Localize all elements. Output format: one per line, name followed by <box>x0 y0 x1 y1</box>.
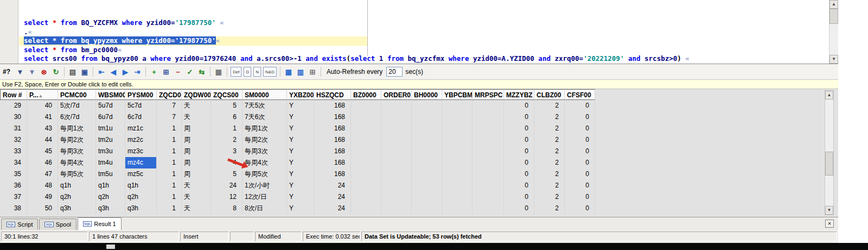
table-cell[interactable]: 5 <box>211 168 242 180</box>
table-cell[interactable]: 2 <box>534 203 565 214</box>
table-cell[interactable]: 1 <box>157 157 182 168</box>
table-cell[interactable]: 天 <box>182 203 211 214</box>
table-cell[interactable]: 34 <box>0 157 27 168</box>
table-cell[interactable] <box>351 100 381 111</box>
table-cell[interactable]: 168 <box>314 134 351 146</box>
refresh-icon[interactable]: ↻ <box>50 66 62 77</box>
table-cell[interactable]: q2h <box>125 191 157 203</box>
table-cell[interactable]: 天 <box>182 180 211 191</box>
insert-record-icon[interactable]: + <box>148 66 160 77</box>
table-cell[interactable]: 45 <box>27 146 58 157</box>
table-cell[interactable] <box>351 168 381 180</box>
table-cell[interactable]: q1h <box>125 180 157 191</box>
table-cell[interactable]: 每周2次 <box>58 134 96 146</box>
table-cell[interactable]: 12次/日 <box>242 191 287 203</box>
table-cell[interactable]: tm1u <box>96 123 125 134</box>
table-cell[interactable]: 0 <box>565 203 595 214</box>
table-cell[interactable]: 44 <box>27 134 58 146</box>
table-cell[interactable]: q1h <box>96 180 125 191</box>
table-cell[interactable]: 2 <box>534 134 565 146</box>
table-cell[interactable]: 12 <box>211 191 242 203</box>
table-cell[interactable]: 0 <box>504 168 534 180</box>
table-row[interactable]: 3749q2hq2hq2h1天1212次/日Y24020 <box>0 191 838 203</box>
table-cell[interactable]: q2h <box>96 191 125 203</box>
table-cell[interactable]: 0 <box>504 100 534 111</box>
table-cell[interactable] <box>473 100 504 111</box>
table-cell[interactable] <box>381 191 412 203</box>
table-cell[interactable] <box>351 180 381 191</box>
table-cell[interactable]: 天 <box>182 191 211 203</box>
table-cell[interactable]: 0 <box>565 123 595 134</box>
table-cell[interactable]: Y <box>287 180 314 191</box>
column-header[interactable]: ZQCS00 <box>211 89 242 100</box>
table-cell[interactable]: 2 <box>534 100 565 111</box>
table-cell[interactable] <box>442 134 473 146</box>
table-cell[interactable]: mz2c <box>125 134 157 146</box>
table-cell[interactable]: 1 <box>157 134 182 146</box>
table-cell[interactable] <box>473 123 504 134</box>
table-row[interactable]: 30416次/7d6u7d6c7d7天67天6次Y168020 <box>0 111 838 123</box>
fit-name-data-icon[interactable]: N&D <box>263 67 277 77</box>
scroll-down-icon[interactable]: ▼ <box>825 206 833 215</box>
table-cell[interactable]: 43 <box>27 123 58 134</box>
column-header[interactable]: CFSF00 <box>565 89 595 100</box>
table-cell[interactable]: 49 <box>27 191 58 203</box>
table-cell[interactable] <box>351 191 381 203</box>
selected-cell[interactable]: mz4c <box>125 157 157 168</box>
table-cell[interactable]: 6次/7d <box>58 111 96 123</box>
table-cell[interactable]: 0 <box>504 111 534 123</box>
table-cell[interactable]: 0 <box>504 180 534 191</box>
table-cell[interactable]: 2 <box>534 146 565 157</box>
table-cell[interactable] <box>412 191 442 203</box>
table-cell[interactable] <box>412 134 442 146</box>
table-cell[interactable] <box>473 134 504 146</box>
column-header[interactable]: MZZYBZ <box>504 89 534 100</box>
grid-vertical-scrollbar[interactable]: ▲ ▼ <box>825 90 834 215</box>
tab-spool[interactable]: SQLSpool <box>39 218 76 230</box>
table-cell[interactable]: 7 <box>157 111 182 123</box>
table-cell[interactable]: 41 <box>27 111 58 123</box>
table-cell[interactable]: 0 <box>565 134 595 146</box>
table-cell[interactable]: 周 <box>182 146 211 157</box>
table-cell[interactable]: q1h <box>58 180 96 191</box>
table-cell[interactable]: 1 <box>157 168 182 180</box>
column-header[interactable]: WBSM00 <box>96 89 125 100</box>
table-cell[interactable] <box>412 157 442 168</box>
table-cell[interactable]: 24 <box>314 191 351 203</box>
table-cell[interactable]: 2 <box>534 168 565 180</box>
table-cell[interactable] <box>473 168 504 180</box>
table-cell[interactable] <box>412 100 442 111</box>
table-cell[interactable]: 每周5次 <box>58 168 96 180</box>
table-cell[interactable]: 2 <box>534 111 565 123</box>
table-cell[interactable] <box>473 203 504 214</box>
table-cell[interactable]: 0 <box>504 157 534 168</box>
table-cell[interactable]: q2h <box>58 191 96 203</box>
column-header[interactable]: ZQCD00 <box>157 89 182 100</box>
table-cell[interactable]: 24 <box>314 180 351 191</box>
table-cell[interactable]: 24 <box>314 203 351 214</box>
table-cell[interactable]: Y <box>287 168 314 180</box>
table-cell[interactable]: 0 <box>565 146 595 157</box>
tab-script[interactable]: SQLScript <box>1 218 38 230</box>
table-cell[interactable] <box>442 191 473 203</box>
column-header[interactable]: YBPCBM <box>442 89 473 100</box>
print-icon[interactable]: ▤ <box>67 66 79 77</box>
pivot-view-icon[interactable]: ⊞ <box>307 66 318 77</box>
table-cell[interactable]: 0 <box>565 191 595 203</box>
table-cell[interactable]: Y <box>287 191 314 203</box>
first-record-icon[interactable]: ⇤ <box>95 66 107 77</box>
table-cell[interactable]: 168 <box>314 111 351 123</box>
table-cell[interactable]: 50 <box>27 203 58 214</box>
table-cell[interactable] <box>473 191 504 203</box>
last-record-icon[interactable]: ⇥ <box>131 66 143 77</box>
column-header[interactable]: Row # <box>0 89 27 100</box>
table-cell[interactable]: 0 <box>565 100 595 111</box>
table-cell[interactable]: 每周5次 <box>242 168 287 180</box>
column-header[interactable]: ORDER0 <box>381 89 412 100</box>
table-cell[interactable]: 6u7d <box>96 111 125 123</box>
table-cell[interactable] <box>442 168 473 180</box>
table-cell[interactable] <box>412 146 442 157</box>
scroll-down-icon[interactable]: ▼ <box>829 55 838 64</box>
table-cell[interactable]: 5c7d <box>125 100 157 111</box>
table-row[interactable]: 3143每周1次tm1umz1c1周1每周1次Y168020 <box>0 123 838 134</box>
